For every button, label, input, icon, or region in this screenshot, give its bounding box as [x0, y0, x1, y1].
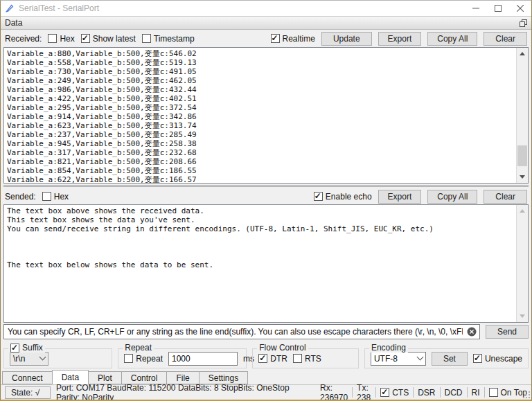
- dtr-checkbox[interactable]: DTR: [258, 354, 287, 364]
- encoding-select[interactable]: UTF-8: [371, 352, 426, 366]
- update-button[interactable]: Update: [321, 32, 372, 46]
- app-window: SerialTest - SerialPort Data Received: H…: [0, 0, 532, 401]
- line-end-input-wrap: [3, 324, 480, 339]
- splitter-handle[interactable]: [3, 184, 529, 188]
- line-end-input[interactable]: [3, 324, 480, 339]
- checkbox-checked-icon: [380, 388, 389, 397]
- dock-title: Data: [5, 18, 22, 28]
- rx-counter: Rx: 236970: [320, 383, 348, 401]
- received-data-lines: Variable_a:880,Variable_b:500,变量c:546.02…: [4, 48, 528, 184]
- suffix-checkbox[interactable]: [10, 344, 19, 353]
- scroll-up-icon[interactable]: [517, 205, 528, 217]
- checkbox-icon: [142, 34, 151, 43]
- encoding-group-title: Encoding: [371, 343, 406, 353]
- hex-received-checkbox[interactable]: Hex: [48, 34, 74, 44]
- checkbox-checked-icon: [314, 192, 323, 201]
- tab-connect[interactable]: Connect: [2, 371, 53, 384]
- statusbar-right: Rx: 236970 Tx: 238 CTS DSR DCD RI On Top: [320, 383, 527, 401]
- scroll-thumb[interactable]: [517, 145, 527, 166]
- received-scrollbar[interactable]: [516, 48, 528, 183]
- close-icon[interactable]: [509, 1, 531, 16]
- resize-grip-icon[interactable]: [523, 391, 530, 398]
- window-title: SerialTest - SerialPort: [19, 3, 99, 13]
- repeat-interval-input[interactable]: [168, 352, 238, 366]
- sended-scrollbar[interactable]: [516, 205, 528, 322]
- checkbox-checked-icon: [258, 354, 267, 363]
- dock-header: Data: [1, 16, 531, 30]
- flow-control-group-title: Flow Control: [259, 343, 305, 353]
- connection-state-field: State: √: [5, 386, 51, 399]
- hex-sended-checkbox[interactable]: Hex: [42, 192, 69, 202]
- on-top-checkbox[interactable]: On Top: [489, 388, 527, 398]
- scroll-down-icon[interactable]: [517, 171, 528, 183]
- divider: [413, 387, 414, 398]
- set-encoding-button[interactable]: Set: [432, 352, 468, 366]
- options-row: Suffix \r\n Repeat Repeat ms Flow Contro…: [1, 344, 531, 370]
- divider: [484, 387, 485, 398]
- realtime-checkbox[interactable]: Realtime: [271, 34, 315, 44]
- clear-received-button[interactable]: Clear: [484, 32, 527, 46]
- received-label: Received:: [5, 34, 42, 44]
- divider: [467, 387, 468, 398]
- suffix-group-title: Suffix: [8, 343, 45, 353]
- show-latest-checkbox[interactable]: Show latest: [81, 34, 136, 44]
- chevron-down-icon: [39, 354, 46, 361]
- checkbox-checked-icon: [81, 34, 90, 43]
- rts-checkbox[interactable]: RTS: [293, 354, 321, 364]
- export-sended-button[interactable]: Export: [378, 190, 422, 204]
- timestamp-checkbox[interactable]: Timestamp: [142, 34, 195, 44]
- divider: [352, 387, 353, 398]
- checkbox-icon: [293, 354, 302, 363]
- minimize-icon[interactable]: [465, 1, 487, 16]
- clear-input-icon[interactable]: [467, 327, 477, 337]
- divider: [375, 387, 376, 398]
- repeat-checkbox[interactable]: Repeat: [124, 354, 163, 364]
- cts-indicator[interactable]: CTS: [380, 388, 409, 398]
- ri-indicator: RI: [472, 388, 480, 398]
- copy-all-received-button[interactable]: Copy All: [427, 32, 477, 46]
- scroll-track[interactable]: [517, 60, 528, 171]
- tab-data[interactable]: Data: [52, 370, 89, 384]
- repeat-group: Repeat Repeat ms: [118, 348, 247, 368]
- float-dock-icon[interactable]: [520, 19, 527, 27]
- received-textarea[interactable]: Variable_a:880,Variable_b:500,变量c:546.02…: [3, 47, 529, 184]
- scroll-track[interactable]: [517, 217, 528, 310]
- copy-all-sended-button[interactable]: Copy All: [427, 190, 477, 204]
- sended-toolbar: Sended: Hex Enable echo Export Copy All …: [1, 188, 531, 204]
- scroll-down-icon[interactable]: [517, 310, 528, 322]
- checkbox-icon: [48, 34, 57, 43]
- dsr-indicator: DSR: [418, 388, 435, 398]
- port-info-label: Port: COM17 BaudRate: 115200 DataBits: 8…: [56, 383, 314, 401]
- suffix-group: Suffix \r\n: [3, 348, 112, 368]
- clear-sended-button[interactable]: Clear: [484, 190, 527, 204]
- repeat-group-title: Repeat: [125, 343, 152, 353]
- checkbox-icon: [489, 388, 498, 397]
- send-row: Send: [1, 323, 531, 341]
- sended-data-lines: The text box above shows the received da…: [4, 205, 528, 271]
- send-button[interactable]: Send: [486, 325, 529, 339]
- maximize-icon[interactable]: [487, 1, 509, 16]
- tx-counter: Tx: 238: [357, 383, 371, 401]
- chevron-down-icon: [416, 354, 423, 361]
- enable-echo-checkbox[interactable]: Enable echo: [314, 192, 372, 202]
- divider: [440, 387, 441, 398]
- sended-label: Sended:: [5, 192, 36, 202]
- scroll-up-icon[interactable]: [517, 48, 528, 60]
- titlebar: SerialTest - SerialPort: [1, 1, 531, 16]
- checkbox-checked-icon: [271, 34, 280, 43]
- statusbar: State: √ Port: COM17 BaudRate: 115200 Da…: [1, 384, 531, 400]
- dcd-indicator: DCD: [445, 388, 463, 398]
- received-toolbar: Received: Hex Show latest Timestamp Real…: [1, 30, 531, 47]
- flow-control-group: Flow Control DTR RTS: [252, 348, 359, 368]
- checkbox-icon: [42, 192, 51, 201]
- unescape-checkbox[interactable]: Unescape: [473, 354, 522, 364]
- checkbox-checked-icon: [473, 354, 482, 363]
- app-icon: [5, 3, 15, 13]
- checkbox-icon: [124, 354, 133, 363]
- encoding-group: Encoding UTF-8 Set Unescape: [364, 348, 529, 368]
- export-received-button[interactable]: Export: [378, 32, 422, 46]
- suffix-select[interactable]: \r\n: [10, 352, 48, 366]
- sended-textarea[interactable]: The text box above shows the received da…: [3, 204, 529, 323]
